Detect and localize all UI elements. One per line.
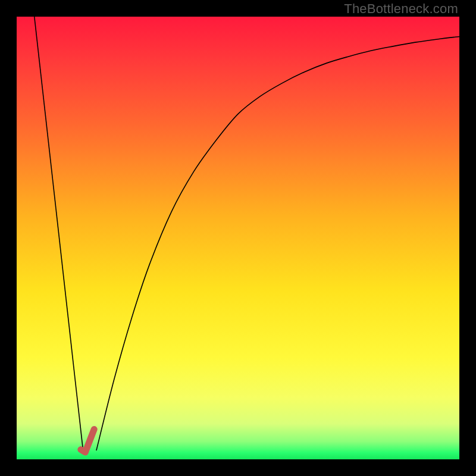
marker-hook [81,429,94,452]
chart-curve-layer [17,17,459,459]
curve-left-descent [35,17,83,450]
watermark-text: TheBottleneck.com [344,1,458,17]
chart-outer-frame: TheBottleneck.com [0,0,476,476]
curve-right-ascent [96,36,459,450]
